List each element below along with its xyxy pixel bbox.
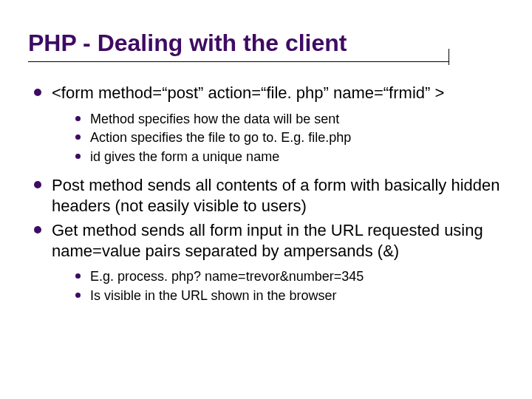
sub-item-text: Action specifies the file to go to. E.g.…: [90, 130, 351, 145]
sub-list: Method specifies how the data will be se…: [52, 111, 510, 166]
list-item: Post method sends all contents of a form…: [31, 175, 510, 216]
list-item: <form method=“post” action=“file. php” n…: [31, 83, 510, 165]
title-underline: [28, 61, 449, 62]
sub-list: E.g. process. php? name=trevor&number=34…: [52, 268, 510, 304]
sub-list-item: Is visible in the URL shown in the brows…: [74, 287, 510, 304]
sub-list-item: Method specifies how the data will be se…: [74, 111, 510, 128]
sub-item-text: Method specifies how the data will be se…: [90, 112, 339, 126]
slide: PHP - Dealing with the client <form meth…: [0, 0, 532, 399]
list-item-text: <form method=“post” action=“file. php” n…: [52, 83, 444, 102]
sub-item-text: Is visible in the URL shown in the brows…: [90, 288, 336, 303]
list-item-text: Post method sends all contents of a form…: [52, 176, 500, 215]
bullet-list: <form method=“post” action=“file. php” n…: [28, 83, 510, 304]
title-tick: [449, 49, 449, 65]
sub-list-item: id gives the form a unique name: [74, 149, 510, 166]
list-item-text: Get method sends all form input in the U…: [52, 221, 483, 260]
sub-list-item: E.g. process. php? name=trevor&number=34…: [74, 268, 510, 285]
title-area: PHP - Dealing with the client: [28, 30, 510, 62]
sub-item-text: E.g. process. php? name=trevor&number=34…: [90, 269, 364, 284]
sub-item-text: id gives the form a unique name: [90, 149, 279, 164]
list-item: Get method sends all form input in the U…: [31, 220, 510, 304]
sub-list-item: Action specifies the file to go to. E.g.…: [74, 129, 510, 146]
slide-title: PHP - Dealing with the client: [28, 30, 510, 57]
